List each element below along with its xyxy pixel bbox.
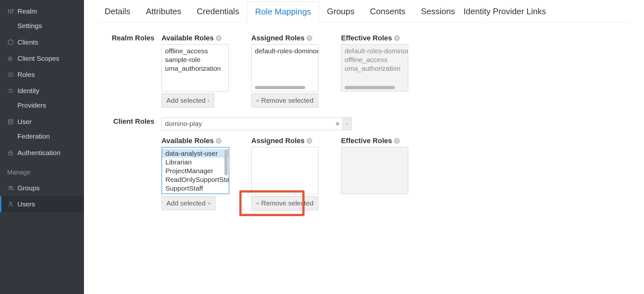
sidebar-item-groups[interactable]: Groups	[0, 180, 84, 196]
tab-details[interactable]: Details	[97, 1, 138, 22]
sidebar-item-label: Users	[17, 200, 35, 208]
tab-attributes[interactable]: Attributes	[138, 1, 189, 22]
list-item[interactable]: sample-role	[162, 55, 228, 64]
tab-credentials[interactable]: Credentials	[189, 1, 247, 22]
help-icon[interactable]: ?	[306, 35, 312, 41]
sidebar-item-label: Authentication	[17, 149, 60, 157]
sidebar-item-label: Clients	[17, 38, 38, 46]
group-icon	[7, 184, 14, 192]
svg-rect-1	[9, 152, 13, 155]
list-item[interactable]: ReadOnlySupportStaff	[162, 175, 229, 184]
realm-roles-label: Realm Roles	[97, 34, 161, 108]
sidebar-item-identity[interactable]: Identity	[0, 83, 84, 99]
svg-point-3	[11, 186, 13, 188]
list-item: uma_authorization	[341, 64, 408, 73]
tabs: Details Attributes Credentials Role Mapp…	[97, 1, 631, 22]
realm-assigned-roles-list[interactable]: default-roles-dominor	[251, 44, 318, 91]
cube-icon	[7, 39, 14, 46]
chevron-down-icon	[345, 122, 349, 126]
list-item: default-roles-dominor	[341, 47, 408, 55]
sidebar-item-label: Identity	[17, 87, 39, 95]
sidebar-item-authentication[interactable]: Authentication	[0, 145, 84, 161]
svg-point-4	[10, 202, 12, 204]
client-roles-section: Client Roles domino-play × Available Rol…	[97, 117, 417, 210]
client-available-roles-header: Available Roles ?	[161, 137, 229, 145]
list-item[interactable]: ProjectManager	[162, 166, 229, 175]
chevron-left-icon: «	[256, 200, 259, 206]
sidebar-item-roles[interactable]: Roles	[0, 67, 84, 83]
list-item[interactable]: uma_authorization	[162, 64, 228, 73]
list-item[interactable]: default-roles-dominor	[252, 47, 318, 55]
realm-available-roles-list[interactable]: offline_access sample-role uma_authoriza…	[161, 44, 229, 91]
tab-role-mappings[interactable]: Role Mappings	[247, 1, 319, 22]
help-icon[interactable]: ?	[394, 35, 400, 41]
chevron-left-icon: «	[256, 97, 259, 104]
list-item[interactable]: Librarian	[162, 158, 229, 166]
client-assigned-roles-header: Assigned Roles ?	[251, 137, 318, 145]
sidebar-section-manage: Manage	[0, 161, 84, 180]
sidebar-item-realm[interactable]: Realm	[0, 3, 84, 19]
client-effective-roles-list	[341, 147, 408, 194]
realm-roles-section: Realm Roles Available Roles ? offline_ac…	[97, 34, 417, 108]
client-effective-roles-header: Effective Roles ?	[341, 137, 408, 145]
client-select[interactable]: domino-play ×	[161, 117, 343, 130]
svg-point-2	[9, 186, 11, 188]
sidebar-item-users[interactable]: Users	[0, 196, 84, 212]
sidebar-item-label: Realm	[17, 7, 37, 15]
sidebar-item-user[interactable]: User	[0, 114, 84, 130]
tab-identity-provider-links[interactable]: Identity Provider Links	[463, 1, 554, 22]
sidebar-sub-settings[interactable]: Settings	[0, 19, 84, 34]
list-item[interactable]: SupportStaff	[162, 184, 229, 193]
sidebar-item-label: Groups	[17, 184, 40, 192]
help-icon[interactable]: ?	[394, 138, 400, 144]
exchange-icon	[7, 87, 14, 94]
client-add-selected-button[interactable]: Add selected »	[161, 196, 215, 210]
sidebar-item-clients[interactable]: Clients	[0, 34, 84, 50]
svg-point-0	[8, 120, 13, 121]
realm-effective-roles-list: default-roles-dominor offline_access uma…	[341, 44, 408, 91]
sidebar-sub-providers[interactable]: Providers	[0, 99, 84, 114]
remove-selected-button[interactable]: « Remove selected	[251, 93, 318, 108]
list-item: offline_access	[341, 55, 408, 64]
cubes-icon	[7, 55, 14, 62]
client-assigned-roles-list[interactable]	[251, 147, 318, 194]
client-available-roles-list[interactable]: data-analyst-user Librarian ProjectManag…	[161, 147, 229, 194]
list-item[interactable]: data-analyst-user	[162, 149, 229, 158]
database-icon	[7, 118, 14, 125]
client-remove-selected-button[interactable]: « Remove selected	[251, 196, 318, 210]
help-icon[interactable]: ?	[306, 138, 312, 144]
sliders-icon	[7, 8, 14, 15]
list-item[interactable]: offline_access	[162, 47, 228, 55]
clear-icon[interactable]: ×	[336, 120, 339, 128]
add-selected-button[interactable]: Add selected ›	[161, 93, 214, 108]
chevron-right-icon: ›	[207, 97, 209, 104]
user-icon	[7, 201, 14, 208]
tab-sessions[interactable]: Sessions	[413, 1, 463, 22]
sidebar-sub-federation[interactable]: Federation	[0, 130, 84, 145]
chevron-right-icon: »	[207, 200, 210, 206]
lock-icon	[7, 149, 14, 156]
client-select-dropdown[interactable]	[343, 117, 352, 130]
sidebar-item-client-scopes[interactable]: Client Scopes	[0, 50, 84, 67]
sidebar-item-label: Client Scopes	[17, 55, 59, 62]
list-icon	[7, 71, 14, 78]
tab-groups[interactable]: Groups	[319, 1, 362, 22]
sidebar: Realm Settings Clients Client Scopes Rol…	[0, 0, 84, 294]
assigned-roles-header: Assigned Roles ?	[251, 34, 318, 42]
sidebar-item-label: User	[17, 118, 32, 126]
client-roles-label: Client Roles	[97, 117, 161, 210]
tab-consents[interactable]: Consents	[362, 1, 413, 22]
scrollbar[interactable]	[224, 150, 228, 175]
help-icon[interactable]: ?	[216, 138, 222, 144]
sidebar-item-label: Roles	[17, 71, 35, 79]
available-roles-header: Available Roles ?	[161, 34, 229, 42]
effective-roles-header: Effective Roles ?	[341, 34, 408, 42]
main-content: Details Attributes Credentials Role Mapp…	[84, 0, 644, 294]
help-icon[interactable]: ?	[216, 35, 222, 41]
client-select-value: domino-play	[165, 120, 202, 128]
